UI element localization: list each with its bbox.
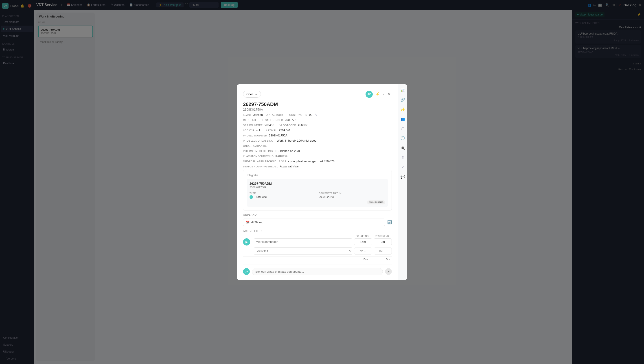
- activity-name-input[interactable]: [254, 238, 352, 245]
- activity-row: ▶ 15m 0m: [243, 238, 392, 246]
- comment-section: JV ➤: [243, 264, 392, 275]
- type-value: Productie: [250, 195, 316, 199]
- salesorder-label: GERELATEERDE SALESORDER: [243, 119, 283, 122]
- field-row-projectnummer: PROJECTNUMMER 2308K01750A: [243, 134, 392, 137]
- tag-icon[interactable]: 🏷: [400, 125, 406, 132]
- activity-resterend[interactable]: 0m: [374, 238, 392, 245]
- share-icon[interactable]: 🔗: [399, 96, 406, 103]
- refresh-icon[interactable]: 🔄: [387, 220, 392, 224]
- artikel-value: 750ADM: [279, 128, 290, 132]
- integration-card-title: 26297-750ADM: [250, 182, 385, 185]
- garantie-value: -: [268, 144, 270, 148]
- field-row-salesorder: GERELATEERDE SALESORDER 2006772: [243, 118, 392, 122]
- activity-select-resterend[interactable]: bv. ...: [374, 248, 392, 254]
- activity-select-row: Activiteit bv. ... bv. ...: [243, 247, 392, 255]
- activity-schatting[interactable]: 15m: [354, 238, 372, 245]
- date-value: di 29 aug.: [251, 220, 264, 224]
- integration-card-sub: 2308K01750A: [250, 186, 385, 189]
- salesorder-value: 2006772: [285, 118, 296, 122]
- status-planregel-value: Apparaat klaar: [280, 165, 299, 168]
- col-resterend-label: RESTEREND: [373, 235, 391, 238]
- calendar-icon: 📅: [246, 220, 250, 224]
- status-arrow-icon: →: [255, 93, 258, 96]
- field-row-locatie: LOCATIE null ARTIKEL 750ADM: [243, 128, 392, 132]
- locatie-value: null: [256, 128, 260, 132]
- status-label: Open: [246, 92, 254, 96]
- clock-icon[interactable]: 🕐: [399, 135, 406, 142]
- integration-title: Integratie: [247, 174, 388, 177]
- edit-icon[interactable]: ✎: [314, 113, 317, 116]
- klachtomschrijving-label: KLACHTOMSCHRIJVING: [243, 155, 274, 158]
- minutes-badge: 15 MINUTES: [367, 200, 385, 204]
- activity-type-select[interactable]: Activiteit: [254, 247, 352, 255]
- modal-right-sidebar: 📊 🔗 ✨ 👥 🏷 🕐 🔌 ⬆ ✓ 💬: [398, 84, 407, 280]
- klant-value: Jansen: [253, 113, 263, 116]
- sparkle-icon[interactable]: ✨: [399, 106, 406, 113]
- check-icon[interactable]: ✓: [400, 164, 406, 170]
- vlootcode-value: 456test: [298, 124, 308, 127]
- integration-card: 26297-750ADM 2308K01750A TYPE Productie …: [247, 179, 388, 207]
- zp-factuur-value: -: [285, 113, 286, 116]
- meded-tech-value: - print plaat vervangen : art:456-876: [288, 160, 334, 163]
- modal-close-button[interactable]: ✕: [386, 91, 392, 98]
- artikel-label: ARTIKEL: [266, 129, 277, 132]
- klant-label: KLANT: [243, 114, 252, 116]
- plug-icon[interactable]: 🔌: [399, 144, 406, 151]
- field-row-klant: KLANT Jansen ZP FACTUUR - CONTRACT ID 90…: [243, 113, 392, 116]
- activity-play-button[interactable]: ▶: [243, 238, 250, 246]
- modal-top-actions: JV ⚡ ▾ ✕: [366, 91, 392, 98]
- projectnummer-value: 2308K01750A: [269, 134, 287, 137]
- modal-subtitle: 2308K01750A: [243, 108, 392, 111]
- graph-icon[interactable]: 📊: [399, 86, 406, 94]
- play-icon: ▶: [246, 240, 248, 244]
- serienummer-value: test456: [264, 124, 274, 127]
- modal-avatar[interactable]: JV: [366, 91, 373, 98]
- modal-title: 26297-750ADM: [243, 102, 392, 107]
- locatie-label: LOCATIE: [243, 129, 254, 132]
- interne-meded-label: INTERNE MEDEDELINGEN: [243, 150, 276, 152]
- gewenste-datum-label: GEWENSTE DATUM: [319, 192, 386, 194]
- upload-icon[interactable]: ⬆: [400, 154, 406, 161]
- klachtomschrijving-value: Kalibratie: [276, 154, 288, 158]
- probleemoplossing-value: - Werkt in bereik 100A niet goed.: [275, 139, 317, 142]
- total-resterend: 0m: [386, 258, 390, 261]
- lightning-icon[interactable]: ⚡: [374, 91, 381, 97]
- integration-box: Integratie 26297-750ADM 2308K01750A TYPE…: [243, 170, 392, 210]
- field-row-serienummer: SERIENUMMER test456 VLOOTCODE 456test: [243, 124, 392, 127]
- dropdown-arrow-icon[interactable]: ▾: [382, 93, 384, 96]
- gepland-label: Gepland: [243, 213, 392, 216]
- serienummer-label: SERIENUMMER: [243, 124, 263, 126]
- chat-icon[interactable]: 💬: [399, 173, 406, 180]
- comment-input[interactable]: [252, 268, 383, 275]
- vlootcode-label: VLOOTCODE: [280, 124, 296, 126]
- type-icon: [250, 195, 253, 199]
- activity-totals: 15m 0m: [243, 256, 392, 262]
- field-row-probleemoplossing: PROBLEEMOPLOSSING - Werkt in bereik 100A…: [243, 139, 392, 142]
- people-icon[interactable]: 👥: [399, 116, 406, 122]
- status-button[interactable]: Open →: [243, 91, 261, 98]
- modal-title-area: 26297-750ADM 2308K01750A: [243, 102, 392, 111]
- garantie-label: ONDER GARANTIE: [243, 144, 267, 147]
- fields-area: KLANT Jansen ZP FACTUUR - CONTRACT ID 90…: [243, 113, 392, 168]
- field-row-interne-meded: INTERNE MEDEDELINGEN - Binnen op 29/8: [243, 149, 392, 152]
- probleemoplossing-label: PROBLEEMOPLOSSING: [243, 139, 273, 142]
- gepland-section: Gepland 📅 di 29 aug. 🔄: [243, 213, 392, 226]
- field-row-klachtomschrijving: KLACHTOMSCHRIJVING Kalibratie: [243, 154, 392, 158]
- date-picker[interactable]: 📅 di 29 aug.: [243, 218, 385, 226]
- comment-avatar: JV: [243, 268, 250, 275]
- field-row-garantie: ONDER GARANTIE -: [243, 144, 392, 148]
- status-planregel-label: STATUS PLANNINGSREGEL: [243, 165, 278, 168]
- gepland-row: 📅 di 29 aug. 🔄: [243, 218, 392, 226]
- activity-select-schatting[interactable]: bv. ...: [354, 248, 372, 254]
- modal-overlay[interactable]: Open → JV ⚡ ▾ ✕ 26297-750ADM 2308K01750A: [0, 0, 644, 364]
- projectnummer-label: PROJECTNUMMER: [243, 134, 267, 137]
- meded-tech-label: MEDEDELINGEN TECHNICUS SAP: [243, 160, 286, 163]
- activities-title: Activiteiten: [243, 230, 392, 233]
- field-row-status-planregel: STATUS PLANNINGSREGEL Apparaat klaar: [243, 165, 392, 168]
- modal-main: Open → JV ⚡ ▾ ✕ 26297-750ADM 2308K01750A: [237, 84, 398, 280]
- comment-send-button[interactable]: ➤: [385, 268, 392, 275]
- integration-meta: TYPE Productie GEWENSTE DATUM 29-08-2023: [250, 192, 385, 199]
- zp-factuur-label: ZP FACTUUR: [266, 114, 283, 116]
- gewenste-datum-value: 29-08-2023: [319, 195, 386, 198]
- col-schatting-label: SCHATTING: [353, 235, 371, 238]
